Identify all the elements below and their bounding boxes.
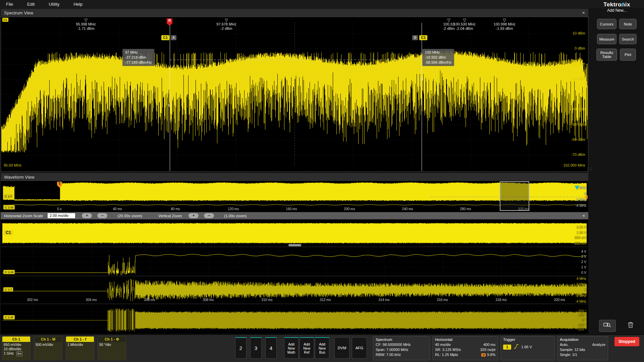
cursor-a-tag[interactable]: A [171,35,176,40]
plot-button[interactable]: Plot [620,49,636,61]
horizontal-info-badge[interactable]: Horizontal 40 ms/div400 ms SR: 3.125 MS/… [432,336,498,360]
trigger-level-arrow-icon[interactable] [584,195,588,199]
channel-scale: 650 mV/div [4,343,29,347]
view-splitter-handle[interactable]: ⋮⋮ [586,167,592,171]
horizontal-scroll-handle[interactable] [288,244,301,246]
spectrum-trace-canvas[interactable] [1,17,588,171]
menu-bar: FileEditUtilityHelp [0,0,644,8]
spare-channel-buttons: 234 [235,337,277,359]
cursor-b-readout: 100 MHz-19.932 dBm-58.566 dBm/Hz [422,49,454,66]
waveform-title-bar: Waveform View [1,173,588,181]
zoom-mode-button[interactable] [599,320,616,332]
menu-item[interactable]: Help [73,2,83,7]
oscilloscope-app: FileEditUtilityHelp Spectrum View × C1 1… [0,0,644,362]
utilization: U9.8% [481,352,495,358]
trigger-info-badge[interactable]: Trigger 1 1.66 V [500,336,555,360]
readout-line: -77.189 dBm/Hz [125,60,152,65]
sample-bits: Sample: 12 bits [560,347,605,352]
readout-line: -37.218 dBm [125,55,152,60]
menu-item[interactable]: File [6,2,13,7]
channel-name: Ch 1 - Φ [98,337,126,342]
vertical-zoom-plus-button[interactable]: + [189,213,199,218]
horizontal-zoom-factor: (20.00x zoom) [117,214,142,218]
horizontal-zoom-minus-button[interactable]: − [97,213,107,218]
cursor-a-chips: C1 A [161,35,176,40]
add-new-button[interactable]: Add New Ref [300,337,314,359]
zoom-window-box[interactable] [500,181,529,211]
channel-name: Ch 1 [2,337,30,342]
rbw: RBW: 7.00 kHz [376,352,427,357]
horizontal-zoom-scale-label: Horizontal Zoom Scale [4,214,43,218]
add-new-button[interactable]: Add New Math [284,337,299,359]
measure-button[interactable]: Measure [597,34,616,44]
channel-badge-ch1-f[interactable]: Ch 1 - f 1 MHz/div [66,336,94,360]
readout-line: 97 MHz [125,50,152,55]
vertical-zoom-minus-button[interactable]: − [204,213,214,218]
channel-scale: 50 °/div [99,343,124,347]
cursor-a-channel-chip[interactable]: C1 [161,35,169,40]
spectrum-channel-chip[interactable]: C1 [2,18,8,22]
spectrum-title-bar: Spectrum View × [1,9,588,17]
trigger-source-badge: 1 [503,345,511,350]
channel-badge-ch1[interactable]: Ch 1 650 mV/div 10 dBm/div 1 GHzBw [2,336,31,360]
note-button[interactable]: Note [619,19,637,29]
cursors-button[interactable]: Cursors [597,19,616,29]
menu-items: FileEditUtilityHelp [0,2,83,7]
waveform-view-title: Waveform View [4,175,34,180]
cursor-a-readout: 97 MHz-37.218 dBm-77.189 dBm/Hz [122,49,154,66]
trigger-level: 1.66 V [521,345,532,350]
channel-spectrum-scale: 10 dBm/div [4,347,29,351]
trigger-settings: 1 1.66 V [503,344,552,350]
menu-item[interactable]: Utility [49,2,59,7]
afg-button[interactable]: AFG [352,337,367,359]
horizontal-zoom-scale-value[interactable]: 2.00 ms/div [48,213,75,218]
dvm-button[interactable]: DVM [334,337,350,359]
channel-settings: 1 MHz/div [66,342,94,348]
channel-badge-ch1-m[interactable]: Ch 1 - M 500 mV/div [34,336,62,360]
menu-item[interactable]: Edit [27,2,35,7]
horizontal-info-title: Horizontal [435,337,452,342]
results-table-button[interactable]: Results Table [596,49,617,61]
search-button[interactable]: Search [619,34,637,44]
horizontal-scale: 40 ms/div [435,342,451,347]
channel-badge-ch1-phi[interactable]: Ch 1 - Φ 50 °/div [98,336,126,360]
cursor-b-channel-chip[interactable]: C1 [419,35,427,40]
center-frequency: CF: 98.5000000 MHz [376,342,427,347]
acquisition-info-badge[interactable]: Acquisition Auto,Analyze Sample: 12 bits… [557,336,608,360]
acquisition-info-title: Acquisition [560,337,605,342]
horizontal-zoom-plus-button[interactable]: + [82,213,92,218]
readout-line: -58.566 dBm/Hz [425,60,451,65]
vertical-zoom-label: Vertical Zoom [158,214,182,218]
waveform-overview-plot: T C 1-fC 1-M 0 s40 ms80 ms120 ms160 ms20… [1,181,588,212]
zoomed-waveform-canvas[interactable] [1,220,588,334]
spare-channel-button[interactable]: 2 [235,337,247,359]
sample-interval: 320 ns/pt [480,347,495,352]
channel-settings: 500 mV/div [34,342,62,348]
zoom-close-icon[interactable]: × [582,213,585,218]
zoom-controls-bar: Horizontal Zoom Scale 2.00 ms/div + − (2… [1,212,588,219]
channel-1-chip[interactable]: C1 [3,230,13,235]
analyze-label: Analyze [592,342,605,347]
spectrum-info-badge[interactable]: Spectrum CF: 98.5000000 MHz Span: 7.0000… [373,336,430,360]
freq-axis-start: 95.00 MHz [4,163,21,167]
trash-button[interactable] [625,320,637,330]
sample-rate: SR: 3.125 MS/s [435,347,461,352]
run-stop-status-button[interactable]: Stopped [614,337,639,346]
spectrum-plot: C1 10 dBm0 dBm-10 dBm-20 dBm-30 dBm-40 d… [1,17,588,172]
channel-name: Ch 1 - f [66,337,94,342]
spectrum-view-panel: Spectrum View × C1 10 dBm0 dBm-10 dBm-20… [1,9,588,172]
spare-channel-button[interactable]: 4 [265,337,277,359]
spectrum-info-title: Spectrum [376,337,427,342]
readout-line: -19.932 dBm [425,55,451,60]
add-new-button[interactable]: Add New Bus [315,337,329,359]
bottom-status-bar: Ch 1 650 mV/div 10 dBm/div 1 GHzBw Ch 1 … [0,335,644,362]
cursor-b-tag[interactable]: B [412,35,418,40]
cursor-b-chips: B C1 [412,35,427,40]
readout-line: 100 MHz [425,50,451,55]
spare-channel-button[interactable]: 3 [250,337,262,359]
channel-name: Ch 1 - M [34,337,62,342]
channel-scale: 500 mV/div [36,343,61,347]
add-new-label: Add New... [590,8,644,13]
channel-bandwidth: 1 GHzBw [4,351,29,356]
close-icon[interactable]: × [582,10,585,15]
